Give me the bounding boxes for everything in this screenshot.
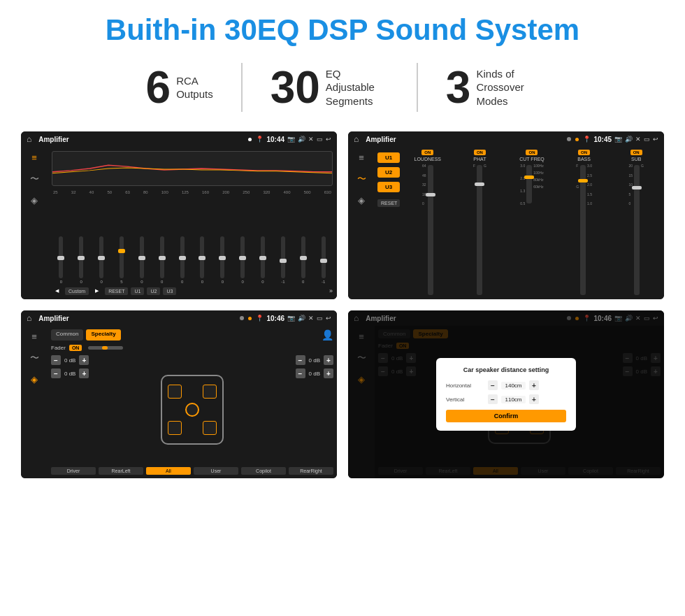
- fader-slider-track[interactable]: [88, 346, 123, 350]
- db-plus-1[interactable]: +: [79, 355, 89, 365]
- minus-icon-eq[interactable]: ▭: [317, 136, 323, 143]
- eq-arrows: »: [329, 287, 333, 294]
- db-row-2: − 0 dB +: [51, 368, 107, 378]
- back-icon-eq[interactable]: ↩: [326, 136, 331, 143]
- db-minus-4[interactable]: −: [296, 368, 305, 378]
- app-title-spk: Amplifier: [38, 315, 236, 322]
- xover-col-loudness: ON LOUDNESS 644832160: [403, 150, 453, 296]
- db-plus-2[interactable]: +: [79, 368, 89, 378]
- eq-icon[interactable]: ≡: [31, 152, 37, 163]
- loc-rearright-btn[interactable]: RearRight: [289, 467, 333, 475]
- stats-row: 6 RCA Outputs 30 EQ Adjustable Segments …: [21, 63, 664, 112]
- db-minus-2[interactable]: −: [51, 368, 61, 378]
- status-bar-spk: ⌂ Amplifier 📍 10:46 📷 🔊 ✕ ▭ ↩: [21, 310, 337, 326]
- loc-driver-btn[interactable]: Driver: [51, 467, 96, 475]
- stat-number-rca: 6: [146, 65, 171, 110]
- home-icon-eq[interactable]: ⌂: [27, 134, 31, 144]
- eq-u1-btn[interactable]: U1: [131, 287, 144, 295]
- eq-u2-btn[interactable]: U2: [147, 287, 160, 295]
- eq-custom-btn[interactable]: Custom: [65, 287, 89, 295]
- vertical-label: Vertical: [446, 396, 484, 403]
- screen-content-xover: ≡ 〜 ◈ U1 U2 U3 RESET ON LOUDNESS: [348, 147, 664, 299]
- speaker-controls-right: − 0 dB + − 0 dB +: [277, 355, 333, 464]
- eq-u3-btn[interactable]: U3: [163, 287, 176, 295]
- wave-icon-spk[interactable]: 〜: [30, 352, 39, 364]
- stat-eq: 30 EQ Adjustable Segments: [243, 65, 417, 110]
- location-icon-xover: 📍: [583, 136, 591, 143]
- loudness-on-badge[interactable]: ON: [421, 150, 433, 155]
- minus-icon-spk[interactable]: ▭: [317, 315, 323, 322]
- wave-icon-xover[interactable]: 〜: [357, 173, 366, 185]
- left-sidebar-eq: ≡ 〜 ◈: [21, 147, 48, 299]
- speaker-controls-left: − 0 dB + − 0 dB +: [51, 355, 107, 464]
- horizontal-plus-btn[interactable]: +: [529, 380, 539, 390]
- eq-reset-btn[interactable]: RESET: [105, 287, 128, 295]
- eq-icon-spk[interactable]: ≡: [31, 331, 37, 342]
- dialog-title: Car speaker distance setting: [446, 366, 566, 373]
- back-icon-spk[interactable]: ↩: [326, 315, 331, 322]
- dialog-overlay: Car speaker distance setting Horizontal …: [348, 310, 664, 478]
- horizontal-value: 140cm: [501, 382, 526, 389]
- sub-on-badge[interactable]: ON: [630, 150, 642, 155]
- horizontal-minus-btn[interactable]: −: [488, 380, 498, 390]
- time-xover: 10:45: [593, 136, 612, 143]
- volume-icon-eq: 🔊: [298, 136, 305, 143]
- screen-crossover: ⌂ Amplifier 📍 10:45 📷 🔊 ✕ ▭ ↩ ≡ 〜: [348, 131, 664, 299]
- confirm-button[interactable]: Confirm: [446, 410, 566, 422]
- screen-speaker: ⌂ Amplifier 📍 10:46 📷 🔊 ✕ ▭ ↩ ≡ 〜: [21, 310, 337, 478]
- db-value-3: 0 dB: [309, 357, 320, 364]
- speaker-icon-xover[interactable]: ◈: [358, 195, 365, 206]
- fader-on-badge[interactable]: ON: [69, 345, 82, 351]
- loc-all-btn[interactable]: All: [146, 467, 191, 475]
- vertical-minus-btn[interactable]: −: [488, 394, 498, 404]
- tab-common-spk[interactable]: Common: [51, 329, 83, 341]
- speaker-icon-spk[interactable]: ◈: [31, 374, 38, 385]
- loc-rearleft-btn[interactable]: RearLeft: [99, 467, 143, 475]
- db-minus-3[interactable]: −: [296, 355, 305, 365]
- vertical-row: Vertical − 110cm +: [446, 394, 566, 404]
- bass-on-badge[interactable]: ON: [578, 150, 590, 155]
- cutfreq-on-badge[interactable]: ON: [526, 150, 538, 155]
- stat-label-eq: EQ Adjustable Segments: [326, 67, 389, 108]
- xover-u3-btn[interactable]: U3: [377, 182, 400, 192]
- xover-u1-btn[interactable]: U1: [377, 152, 400, 163]
- close-icon-spk[interactable]: ✕: [308, 315, 314, 322]
- screen-eq: ⌂ Amplifier 📍 10:44 📷 🔊 ✕ ▭ ↩ ≡ 〜 ◈: [21, 131, 337, 299]
- xover-left: U1 U2 U3 RESET: [377, 150, 400, 296]
- left-sidebar-spk: ≡ 〜 ◈: [21, 326, 48, 478]
- loc-user-btn[interactable]: User: [194, 467, 238, 475]
- speaker-body: − 0 dB + − 0 dB +: [51, 355, 333, 464]
- loc-copilot-btn[interactable]: Copilot: [241, 467, 286, 475]
- eq-slider-1: 0: [52, 236, 71, 284]
- eq-icon-xover[interactable]: ≡: [359, 152, 364, 163]
- phat-on-badge[interactable]: ON: [474, 150, 486, 155]
- stat-crossover: 3 Kinds of Crossover Modes: [418, 65, 568, 110]
- speaker-icon[interactable]: ◈: [31, 195, 38, 206]
- db-plus-4[interactable]: +: [324, 368, 333, 378]
- xover-reset-btn[interactable]: RESET: [377, 199, 400, 207]
- home-icon-xover[interactable]: ⌂: [354, 134, 359, 144]
- wave-icon[interactable]: 〜: [30, 173, 39, 185]
- stat-number-eq: 30: [271, 65, 320, 110]
- close-icon-eq[interactable]: ✕: [308, 136, 314, 143]
- car-center-indicator: [185, 403, 199, 417]
- left-sidebar-xover: ≡ 〜 ◈: [348, 147, 375, 299]
- camera-icon-eq: 📷: [287, 136, 295, 143]
- home-icon-spk[interactable]: ⌂: [27, 313, 31, 323]
- close-icon-xover[interactable]: ✕: [635, 136, 641, 143]
- back-icon-xover[interactable]: ↩: [653, 136, 658, 143]
- xover-right: ON LOUDNESS 644832160 ON PHAT F: [403, 150, 661, 296]
- minus-icon-xover[interactable]: ▭: [644, 136, 650, 143]
- seat-rear-left: [168, 421, 182, 435]
- xover-u2-btn[interactable]: U2: [377, 167, 400, 178]
- xover-main: U1 U2 U3 RESET ON LOUDNESS 644832160: [375, 147, 664, 299]
- stat-number-crossover: 3: [446, 65, 471, 110]
- time-spk: 10:46: [266, 315, 284, 322]
- vertical-plus-btn[interactable]: +: [529, 394, 539, 404]
- db-minus-1[interactable]: −: [51, 355, 61, 365]
- db-plus-3[interactable]: +: [324, 355, 333, 365]
- eq-play-btn[interactable]: ▶: [92, 287, 102, 295]
- eq-prev-btn[interactable]: ◀: [52, 287, 62, 295]
- xover-col-bass: ON BASS FG 3.02.52.01.51.0: [559, 150, 610, 296]
- tab-specialty-spk[interactable]: Specialty: [86, 329, 120, 341]
